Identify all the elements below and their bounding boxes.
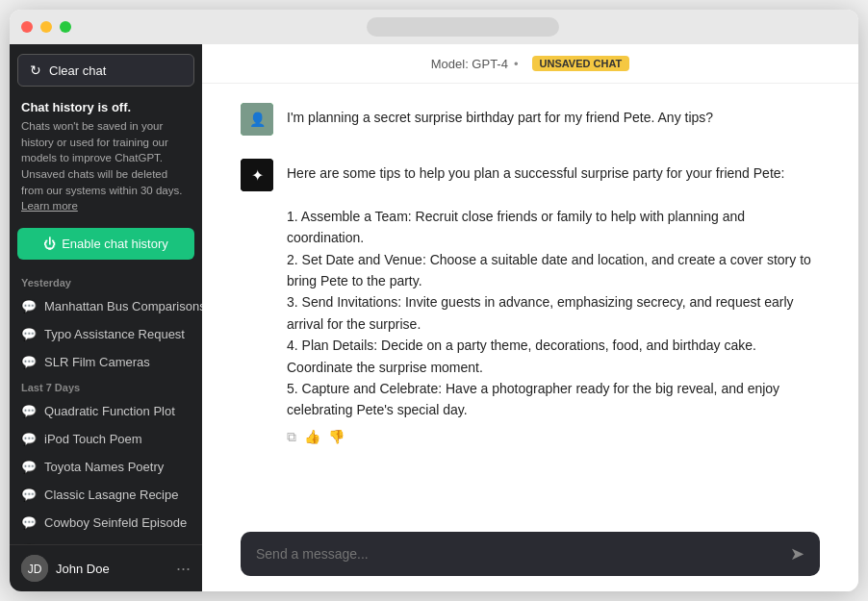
tip-4: 4. Plan Details: Decide on a party theme… (287, 338, 756, 374)
maximize-dot[interactable] (60, 21, 71, 33)
thumbs-down-icon[interactable]: 👎 (328, 429, 345, 445)
user-message-text: I'm planning a secret surprise birthday … (287, 107, 820, 128)
chat-icon: 💬 (21, 460, 37, 474)
sidebar-item-ipod[interactable]: 💬 iPod Touch Poem (10, 425, 202, 453)
tip-2: 2. Set Date and Venue: Choose a suitable… (287, 252, 811, 288)
main-header: Model: GPT-4 • UNSAVED CHAT (202, 44, 858, 84)
input-box: ➤ (241, 532, 820, 576)
chat-icon: 💬 (21, 488, 37, 502)
clear-chat-button[interactable]: ↻ Clear chat (17, 54, 194, 87)
user-message: 👤 I'm planning a secret surprise birthda… (241, 103, 820, 136)
message-input[interactable] (256, 546, 780, 562)
user-info[interactable]: JD John Doe (21, 555, 110, 582)
sidebar-item-label: Cowboy Seinfeld Episode (44, 515, 187, 530)
sidebar: ↻ Clear chat Chat history is off. Chats … (10, 44, 202, 591)
chat-icon: 💬 (21, 432, 37, 446)
sidebar-item-label: Manhattan Bus Comparisons (44, 299, 202, 313)
chat-icon: 💬 (21, 355, 37, 369)
svg-text:👤: 👤 (249, 112, 267, 128)
user-message-body: I'm planning a secret surprise birthday … (287, 103, 820, 128)
message-actions: ⧉ 👍 👎 (287, 429, 820, 445)
sidebar-item-lasagne[interactable]: 💬 Classic Lasagne Recipe (10, 481, 202, 509)
sidebar-item-label: Quadratic Function Plot (44, 404, 175, 418)
sidebar-history-list: Yesterday 💬 Manhattan Bus Comparisons 💬 … (10, 271, 202, 544)
sidebar-item-label: SLR Film Cameras (44, 355, 150, 369)
svg-text:✦: ✦ (251, 167, 264, 184)
sidebar-item-label: iPod Touch Poem (44, 432, 142, 446)
power-icon: ⏻ (43, 237, 56, 251)
assistant-message-body: Here are some tips to help you plan a su… (287, 159, 820, 445)
close-dot[interactable] (21, 21, 33, 33)
svg-text:JD: JD (28, 563, 42, 576)
assistant-intro: Here are some tips to help you plan a su… (287, 165, 784, 181)
more-options-button[interactable]: ··· (176, 559, 191, 579)
chat-icon: 💬 (21, 327, 37, 341)
sidebar-item-shift[interactable]: 💬 Shift String with Number (10, 537, 202, 544)
chat-icon: 💬 (21, 299, 37, 313)
clear-chat-label: Clear chat (49, 63, 106, 78)
dot-separator: • (514, 57, 519, 71)
sidebar-footer: JD John Doe ··· (10, 544, 202, 591)
title-bar-center (79, 17, 847, 37)
section-last7-label: Last 7 Days (10, 376, 202, 397)
sidebar-item-toyota[interactable]: 💬 Toyota Names Poetry (10, 453, 202, 481)
user-name: John Doe (56, 562, 110, 576)
tip-1: 1. Assemble a Team: Recruit close friend… (287, 209, 745, 245)
thumbs-up-icon[interactable]: 👍 (304, 429, 320, 445)
model-label: Model: GPT-4 (431, 57, 508, 71)
learn-more-link[interactable]: Learn more (21, 200, 78, 212)
ai-avatar: ✦ (241, 159, 273, 191)
address-bar (367, 17, 559, 37)
enable-history-button[interactable]: ⏻ Enable chat history (17, 228, 194, 260)
sidebar-item-typo[interactable]: 💬 Typo Assistance Request (10, 320, 202, 348)
assistant-message: ✦ Here are some tips to help you plan a … (241, 159, 820, 445)
sidebar-item-label: Toyota Names Poetry (44, 460, 164, 474)
tip-3: 3. Send Invitations: Invite guests in ad… (287, 294, 794, 331)
chat-icon: 💬 (21, 404, 37, 418)
section-yesterday-label: Yesterday (10, 271, 202, 292)
sidebar-item-quadratic[interactable]: 💬 Quadratic Function Plot (10, 397, 202, 425)
tip-5: 5. Capture and Celebrate: Have a photogr… (287, 381, 779, 417)
refresh-icon: ↻ (30, 63, 41, 78)
unsaved-badge: UNSAVED CHAT (532, 56, 630, 71)
minimize-dot[interactable] (40, 21, 52, 33)
sidebar-item-manhattan[interactable]: 💬 Manhattan Bus Comparisons (10, 292, 202, 320)
input-area: ➤ (202, 520, 858, 591)
history-off-section: Chat history is off. Chats won't be save… (10, 96, 202, 220)
user-avatar: 👤 (241, 103, 273, 136)
enable-history-label: Enable chat history (62, 237, 168, 251)
sidebar-item-label: Typo Assistance Request (44, 327, 185, 341)
send-button[interactable]: ➤ (790, 543, 804, 564)
history-off-title: Chat history is off. (21, 100, 191, 114)
sidebar-item-slr[interactable]: 💬 SLR Film Cameras (10, 348, 202, 376)
avatar: JD (21, 555, 48, 582)
sidebar-item-label: Classic Lasagne Recipe (44, 488, 178, 502)
chat-icon: 💬 (21, 515, 37, 530)
main-content: Model: GPT-4 • UNSAVED CHAT 👤 I'm p (202, 44, 858, 591)
app-window: ↻ Clear chat Chat history is off. Chats … (10, 10, 858, 591)
chat-area: 👤 I'm planning a secret surprise birthda… (202, 84, 858, 520)
copy-icon[interactable]: ⧉ (287, 429, 296, 445)
assistant-message-text: Here are some tips to help you plan a su… (287, 163, 820, 421)
sidebar-item-cowboy[interactable]: 💬 Cowboy Seinfeld Episode (10, 509, 202, 537)
history-off-desc: Chats won't be saved in your history or … (21, 118, 191, 214)
title-bar (10, 10, 858, 44)
app-body: ↻ Clear chat Chat history is off. Chats … (10, 44, 858, 591)
